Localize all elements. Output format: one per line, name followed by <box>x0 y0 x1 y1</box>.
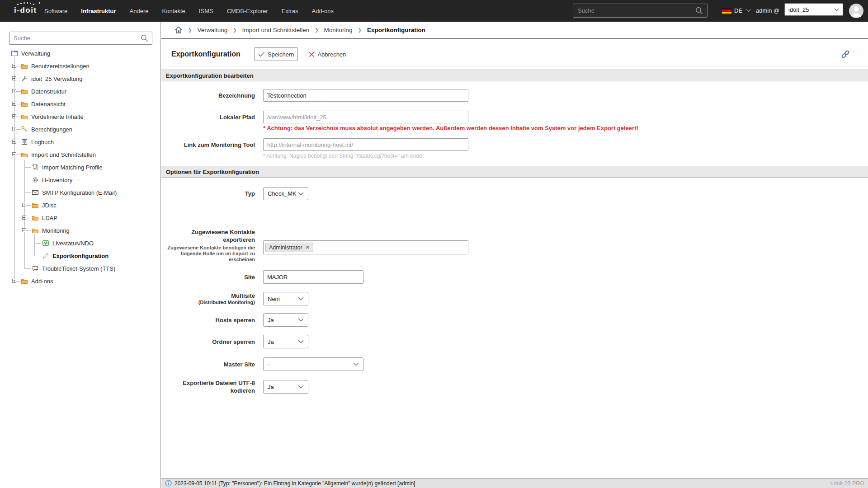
breadcrumb: ❯ Verwaltung ❯ Import und Schnittstellen… <box>161 22 868 39</box>
kontakte-chip-input[interactable]: Administrator ✕ <box>263 240 468 254</box>
tree-item-import-und-schnittstellen[interactable]: Import und Schnittstellen <box>21 148 96 161</box>
lokaler-pfad-input[interactable] <box>263 111 468 123</box>
site-input[interactable] <box>263 270 363 284</box>
tree-item-label[interactable]: LDAP <box>42 215 57 221</box>
expand-icon[interactable] <box>12 64 16 68</box>
multisite-select[interactable]: Nein <box>263 292 308 305</box>
menu-item-cmdb-explorer[interactable]: CMDB-Explorer <box>220 8 275 14</box>
tree-item-h-inventory[interactable]: H-Inventory <box>32 174 72 186</box>
expand-icon[interactable] <box>12 102 16 106</box>
tree-item-label[interactable]: Datenansicht <box>31 101 66 108</box>
chip-remove-icon[interactable]: ✕ <box>306 244 310 250</box>
menu-item-kontakte[interactable]: Kontakte <box>156 8 192 14</box>
menu-item-software[interactable]: Software <box>38 8 74 14</box>
tree-item-label[interactable]: Import und Schnittstellen <box>31 151 96 158</box>
form-row-hosts-sperren: Hosts sperren Ja <box>161 313 868 327</box>
global-search <box>573 4 708 18</box>
menu-item-infrastruktur[interactable]: Infrastruktur <box>74 8 123 14</box>
link-monitoring-tool-input[interactable] <box>263 138 468 151</box>
tree-item-logbuch[interactable]: Logbuch <box>21 136 54 148</box>
breadcrumb-verwaltung[interactable]: Verwaltung <box>197 27 227 33</box>
tree-item-label[interactable]: JDisc <box>42 202 57 209</box>
collapse-icon[interactable] <box>12 152 16 156</box>
section-header-label: Exportkonfiguration bearbeiten <box>166 72 254 79</box>
cancel-button[interactable]: Abbrechen <box>305 47 349 61</box>
typ-select-value: Check_MK <box>268 190 297 197</box>
tree-item-label[interactable]: Exportkonfiguration <box>52 253 108 259</box>
form-row-master-site: Master Site - <box>161 357 868 371</box>
german-flag-icon[interactable] <box>722 8 731 14</box>
tree-item-datenstruktur[interactable]: Datenstruktur <box>21 85 66 98</box>
expand-icon[interactable] <box>12 114 16 118</box>
tree-item-benutzereinstellungen[interactable]: Benutzereinstellungen <box>21 60 90 72</box>
permalink-icon[interactable] <box>840 49 851 60</box>
tree-item-idoit-25-verwaltung[interactable]: idoit_25 Verwaltung <box>21 72 82 85</box>
tree-item-jdisc[interactable]: JDisc <box>32 199 57 211</box>
tree-item-label[interactable]: idoit_25 Verwaltung <box>31 75 82 82</box>
expand-icon[interactable] <box>22 203 26 207</box>
global-search-input[interactable] <box>573 7 695 14</box>
home-icon[interactable] <box>175 26 183 34</box>
expand-icon[interactable] <box>12 89 16 93</box>
breadcrumb-monitoring[interactable]: Monitoring <box>324 27 353 33</box>
x-icon <box>309 52 315 57</box>
tree-item-berechtigungen[interactable]: Berechtigungen <box>21 123 72 136</box>
field-label: Bezeichnung <box>161 92 263 99</box>
menu-item-isms[interactable]: ISMS <box>192 8 220 14</box>
language-label[interactable]: DE <box>734 7 742 14</box>
typ-select[interactable]: Check_MK <box>263 187 308 200</box>
sidebar-search-input[interactable] <box>9 35 141 42</box>
tree-item-label[interactable]: H-Inventory <box>42 177 72 183</box>
tree-item-vordefinierte-inhalte[interactable]: Vordefinierte Inhalte <box>21 110 84 123</box>
menu-item-add-ons[interactable]: Add-ons <box>305 8 340 14</box>
app-logo[interactable]: i-doit <box>14 6 37 15</box>
tree-item-verwaltung[interactable]: Verwaltung <box>11 47 50 60</box>
tree-item-ldap[interactable]: LDAP <box>32 211 57 224</box>
user-avatar[interactable] <box>849 4 863 18</box>
bezeichnung-input[interactable] <box>263 89 468 102</box>
tree-item-label[interactable]: Datenstruktur <box>31 88 66 95</box>
tree-item-label[interactable]: Import Matching Profile <box>42 164 103 171</box>
master-site-select[interactable]: - <box>263 357 363 371</box>
tree-item-label[interactable]: Monitoring <box>42 227 70 234</box>
tree-item-datenansicht[interactable]: Datenansicht <box>21 98 66 110</box>
expand-icon[interactable] <box>12 127 16 131</box>
tree-item-label[interactable]: Vordefinierte Inhalte <box>31 113 84 120</box>
sidebar-search <box>9 32 152 45</box>
ordner-sperren-select-value: Ja <box>268 338 274 345</box>
tree-item-monitoring[interactable]: Monitoring <box>32 224 70 237</box>
search-icon[interactable] <box>141 34 148 42</box>
ordner-sperren-select[interactable]: Ja <box>263 335 308 348</box>
menu-item-extras[interactable]: Extras <box>275 8 305 14</box>
hosts-sperren-select[interactable]: Ja <box>263 313 308 327</box>
collapse-icon[interactable] <box>22 228 26 232</box>
language-chevron-icon[interactable] <box>746 9 751 12</box>
search-icon[interactable] <box>695 7 703 14</box>
tree-item-smtp-konfiguration[interactable]: SMTP Konfiguration (E-Mail) <box>32 186 117 199</box>
tree-item-label[interactable]: Berechtigungen <box>31 126 72 133</box>
save-button[interactable]: Speichern <box>254 47 298 61</box>
expand-icon[interactable] <box>22 216 26 220</box>
tree-item-livestatus-ndo[interactable]: Livestatus/NDO <box>42 237 94 249</box>
chevron-down-icon <box>834 8 839 11</box>
expand-icon[interactable] <box>12 279 16 283</box>
menu-item-andere[interactable]: Andere <box>123 8 156 14</box>
utf8-select[interactable]: Ja <box>263 380 308 394</box>
tenant-select[interactable]: idoit_25 <box>784 3 843 16</box>
tree-item-label[interactable]: Livestatus/NDO <box>52 240 94 247</box>
field-label: Site <box>161 273 263 281</box>
tree-item-label[interactable]: Add-ons <box>31 278 53 285</box>
tree-item-label[interactable]: Verwaltung <box>21 50 50 57</box>
tree-item-label[interactable]: TroubleTicket-System (TTS) <box>42 265 115 272</box>
tree-item-troubleticket-system[interactable]: TroubleTicket-System (TTS) <box>32 262 115 275</box>
tree-item-label[interactable]: Logbuch <box>31 139 54 145</box>
tree-item-import-matching-profile[interactable]: Import Matching Profile <box>32 161 103 174</box>
expand-icon[interactable] <box>12 140 16 144</box>
tree-item-add-ons[interactable]: Add-ons <box>21 275 53 287</box>
breadcrumb-import-und-schnittstellen[interactable]: Import und Schnittstellen <box>242 27 310 33</box>
nav-tree: Verwaltung Benutzereinstellungen idoit_2… <box>0 47 160 488</box>
tree-item-label[interactable]: Benutzereinstellungen <box>31 63 90 70</box>
tree-item-exportkonfiguration[interactable]: Exportkonfiguration <box>42 249 108 262</box>
expand-icon[interactable] <box>12 76 16 80</box>
tree-item-label[interactable]: SMTP Konfiguration (E-Mail) <box>42 189 117 196</box>
